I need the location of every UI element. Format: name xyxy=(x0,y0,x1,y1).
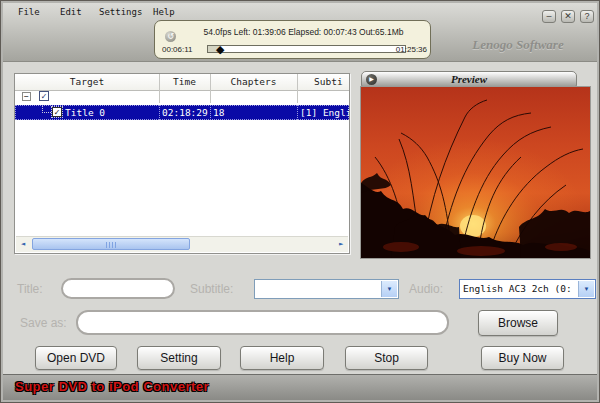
open-dvd-button[interactable]: Open DVD xyxy=(35,346,117,370)
collapse-icon[interactable]: − xyxy=(22,92,31,101)
check-icon: ✓ xyxy=(41,91,46,101)
scroll-left-icon[interactable]: ◄ xyxy=(16,238,30,251)
col-target[interactable]: Target xyxy=(15,76,159,87)
setting-button[interactable]: Setting xyxy=(137,346,221,370)
minimize-icon: – xyxy=(546,11,551,21)
stop-button[interactable]: Stop xyxy=(345,346,428,370)
encoding-spinner-icon: ↺ xyxy=(165,31,176,42)
subtitle-label: Subtitle: xyxy=(190,282,233,296)
audio-label: Audio: xyxy=(409,282,443,296)
slider-marker-icon[interactable]: ◆ xyxy=(216,42,224,56)
scroll-right-icon[interactable]: ► xyxy=(334,238,348,251)
title-checkbox[interactable]: ✓ xyxy=(52,107,62,117)
brand-watermark: Lenogo Software xyxy=(451,37,585,53)
total-time: 01:25:36 xyxy=(396,45,427,54)
tree-connector xyxy=(42,105,51,113)
buy-now-button[interactable]: Buy Now xyxy=(481,346,564,370)
audio-dropdown[interactable]: English AC3 2ch (0: ▼ xyxy=(459,279,596,299)
save-as-label: Save as: xyxy=(20,316,67,330)
col-subtitle[interactable]: Subti xyxy=(314,76,343,87)
col-chapters[interactable]: Chapters xyxy=(210,76,297,87)
menu-file[interactable]: File xyxy=(18,7,40,17)
preview-video xyxy=(361,87,590,258)
title-list-table: Target Time Chapters Subti − ✓ ✓ Title 0… xyxy=(14,73,350,254)
table-header: Target Time Chapters Subti xyxy=(15,74,349,91)
help-button[interactable]: Help xyxy=(240,346,324,370)
elapsed-time: 00:06:11 xyxy=(162,45,193,54)
close-button[interactable]: ✕ xyxy=(561,10,575,23)
menu-settings[interactable]: Settings xyxy=(99,7,142,17)
cell-divider xyxy=(159,105,160,120)
scrollbar-thumb[interactable] xyxy=(32,238,190,250)
chevron-down-icon[interactable]: ▼ xyxy=(578,281,594,297)
cell-time: 02:18:29 xyxy=(162,107,208,118)
check-icon: ✓ xyxy=(54,107,59,117)
tree-root-row[interactable]: − ✓ xyxy=(15,91,349,103)
question-icon: ? xyxy=(584,11,589,21)
cell-target: Title 0 xyxy=(65,107,105,118)
chevron-down-icon[interactable]: ▼ xyxy=(381,281,397,297)
browse-button[interactable]: Browse xyxy=(478,310,558,336)
thumb-grip xyxy=(106,242,116,248)
cell-chapters: 18 xyxy=(213,107,224,118)
menu-edit[interactable]: Edit xyxy=(60,7,82,17)
app-window: File Edit Settings Help – ✕ ? Lenogo Sof… xyxy=(0,0,600,403)
minimize-button[interactable]: – xyxy=(542,10,556,23)
preview-title: Preview xyxy=(362,73,576,85)
title-input[interactable] xyxy=(61,278,175,299)
window-help-button[interactable]: ? xyxy=(580,10,594,23)
progress-slider[interactable]: ◆ xyxy=(207,45,406,53)
title-menu-bar: File Edit Settings Help – ✕ ? Lenogo Sof… xyxy=(3,3,597,62)
cell-subtitle: [1] Engli xyxy=(300,107,349,118)
cell-divider xyxy=(297,105,298,120)
audio-value: English AC3 2ch (0: xyxy=(463,283,577,294)
encoding-summary: 54.0fps Left: 01:39:06 Elapsed: 00:07:43… xyxy=(181,27,426,37)
preview-header: ▶ Preview xyxy=(361,71,577,87)
horizontal-scrollbar[interactable]: ◄ ► xyxy=(16,236,348,252)
title-label: Title: xyxy=(17,282,43,296)
close-icon: ✕ xyxy=(564,11,572,21)
sunset-image xyxy=(361,87,590,258)
menu-help[interactable]: Help xyxy=(153,7,175,17)
app-name: Super DVD to iPod Converter xyxy=(15,375,209,399)
status-bar: Super DVD to iPod Converter xyxy=(3,374,597,400)
subtitle-dropdown[interactable]: ▼ xyxy=(254,279,399,299)
col-time[interactable]: Time xyxy=(159,76,210,87)
table-row[interactable]: ✓ Title 0 02:18:29 18 [1] Engli xyxy=(15,105,349,120)
encoding-status-panel: ↺ 54.0fps Left: 01:39:06 Elapsed: 00:07:… xyxy=(154,20,431,59)
cell-divider xyxy=(210,105,211,120)
save-as-input[interactable] xyxy=(76,310,449,335)
root-checkbox[interactable]: ✓ xyxy=(39,91,49,101)
